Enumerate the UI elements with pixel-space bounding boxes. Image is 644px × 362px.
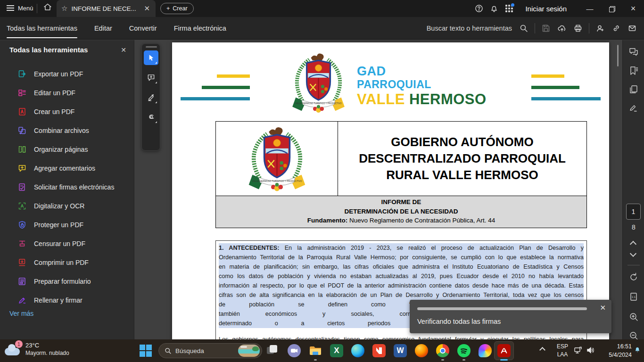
table-cell-title: GOBIERNO AUTÓNOMO DESCENTRALIZADO PARROQ… (338, 122, 586, 196)
bookmarks-panel-button[interactable] (628, 66, 639, 76)
network-button[interactable] (573, 346, 583, 357)
draw-tool-button[interactable] (144, 110, 158, 124)
zoom-in-button[interactable] (628, 312, 639, 322)
actual-size-button[interactable]: 1:1 (628, 292, 639, 302)
weather-widget[interactable]: 1 23°C Mayorm. nublado (5, 341, 69, 356)
toolbar-tabs: Todas las herramientas Editar Convertir … (7, 17, 226, 40)
sidebar-item-organize-pages[interactable]: Organizar páginas (0, 140, 134, 159)
sidebar-item-protect-pdf[interactable]: Proteger un PDF (0, 215, 134, 234)
chrome-icon[interactable] (436, 344, 449, 357)
restore-button[interactable] (601, 0, 622, 17)
close-button[interactable]: × (622, 0, 644, 17)
sidebar-item-compress-pdf[interactable]: Comprimir un PDF (0, 253, 134, 272)
search-tools-label[interactable]: Buscar texto o herramientas (427, 25, 512, 32)
start-button[interactable] (140, 345, 152, 357)
print-button[interactable] (570, 20, 586, 36)
sidebar-item-edit-pdf[interactable]: Editar un PDF (0, 83, 134, 102)
save-button[interactable] (538, 20, 554, 36)
add-comment-tool-button[interactable] (144, 70, 158, 85)
weather-badge: 1 (15, 340, 23, 348)
select-tool-button[interactable] (144, 50, 158, 65)
tray-expand-chevron[interactable] (539, 347, 545, 353)
rotate-page-button[interactable] (628, 272, 639, 282)
excel-icon[interactable]: X (330, 344, 343, 357)
sidebar-item-request-signatures[interactable]: Solicitar firmas electrónicas (0, 178, 134, 197)
task-view-button[interactable] (267, 345, 278, 356)
share-add-user-button[interactable] (592, 20, 608, 36)
nitro-pdf-icon[interactable] (372, 344, 386, 357)
decor-line-green-left (202, 86, 250, 89)
acrobat-taskbar-button[interactable] (494, 341, 514, 360)
apps-grid-button[interactable] (502, 0, 517, 17)
spotify-icon[interactable] (457, 344, 471, 357)
org-title-line3: RURAL VALLE HERMOSO (359, 167, 566, 183)
signin-button[interactable]: Iniciar sesión (517, 5, 579, 13)
para-line: Ordenamiento Territorial de la Parroquia… (219, 253, 584, 262)
report-fundamento: Fundamento: Nuevo Reglamento de Contrata… (218, 216, 585, 225)
minimize-icon: — (586, 5, 594, 13)
help-button[interactable] (471, 0, 487, 17)
word-icon[interactable]: W (394, 344, 407, 357)
toast-close-icon[interactable]: ✕ (600, 304, 606, 312)
document-scrollbar[interactable] (617, 45, 619, 66)
pages-panel-button[interactable] (628, 84, 639, 95)
sidebar-item-export-pdf[interactable]: Exportar un PDF (0, 65, 134, 83)
previous-page-button[interactable] (630, 241, 636, 247)
bell-icon (490, 4, 498, 13)
weather-desc: Mayorm. nublado (25, 350, 69, 356)
notification-center-button[interactable] (634, 346, 641, 353)
sidebar-item-add-comments[interactable]: Agregar comentarios (0, 159, 134, 178)
highlight-tool-button[interactable] (144, 90, 158, 105)
home-button[interactable] (43, 3, 56, 14)
firefox-icon[interactable] (415, 344, 428, 357)
tab-close-icon[interactable]: ✕ (143, 4, 151, 13)
create-button[interactable]: + Crear (160, 3, 194, 14)
tab-convert[interactable]: Convertir (129, 17, 157, 40)
search-button[interactable] (516, 20, 532, 36)
clock-widget[interactable]: 16:51 5/4/2024 (598, 343, 632, 359)
sidebar-item-combine-files[interactable]: Combinar archivos (0, 121, 134, 140)
date-label: 5/4/2024 (598, 351, 632, 360)
tab-esign[interactable]: Firma electrónica (174, 17, 226, 40)
edge-icon[interactable] (351, 344, 364, 357)
chat-app-icon[interactable] (288, 344, 301, 357)
drag-handle[interactable] (146, 46, 157, 48)
share-link-button[interactable] (608, 20, 624, 36)
current-page-input[interactable]: 1 (626, 204, 641, 220)
see-more-link[interactable]: Ver más (9, 310, 33, 317)
sidebar-item-scan-ocr[interactable]: Digitalizar y OCR (0, 197, 134, 215)
sidebar-item-prepare-form[interactable]: Preparar formulario (0, 272, 134, 291)
sidebar-item-redact-pdf[interactable]: Censurar un PDF (0, 234, 134, 253)
tab-all-tools[interactable]: Todas las herramientas (7, 17, 77, 40)
file-explorer-icon[interactable] (309, 344, 322, 357)
right-rail: 1 8 1:1 (622, 40, 644, 339)
comments-panel-icon (628, 47, 639, 57)
taskbar-search[interactable]: Búsqueda (158, 343, 262, 358)
document-tab[interactable]: ☆ INFORME DE NECE... ✕ (57, 0, 156, 17)
gad-line2: PARROQUIAL (357, 79, 487, 90)
pdf-page[interactable]: VALLE HERMOSO TURÍSTICO Y PRODUCTIVO GAD… (172, 42, 609, 339)
sidebar-item-create-pdf[interactable]: Crear un PDF (0, 102, 134, 121)
panel-close-icon[interactable]: ✕ (121, 46, 126, 54)
decor-line-teal-right (531, 97, 601, 100)
upload-cloud-button[interactable] (554, 20, 570, 36)
language-indicator[interactable]: ESP LAA (554, 343, 570, 359)
zoom-in-icon (628, 312, 639, 322)
minimize-button[interactable]: — (579, 0, 601, 17)
organize-pages-icon (18, 145, 26, 154)
star-icon[interactable]: ☆ (61, 4, 67, 13)
svg-text:VALLE HERMOSO TURÍSTICO Y PROD: VALLE HERMOSO TURÍSTICO Y PRODUCTIVO (252, 180, 302, 182)
lang-line1: ESP (554, 343, 570, 351)
comments-panel-button[interactable] (628, 47, 639, 57)
menu-button[interactable]: Menú (7, 4, 33, 12)
signature-panel-button[interactable] (628, 103, 639, 114)
sidebar-item-fill-sign[interactable]: Rellenar y firmar (0, 291, 134, 310)
next-page-button[interactable] (630, 250, 636, 257)
restore-icon (609, 6, 614, 11)
search-highlight-image[interactable] (238, 345, 260, 357)
email-button[interactable] (624, 20, 640, 36)
design-app-icon[interactable] (479, 344, 492, 357)
notifications-button[interactable] (487, 0, 502, 17)
tab-edit[interactable]: Editar (94, 17, 112, 40)
volume-button[interactable] (586, 346, 595, 357)
